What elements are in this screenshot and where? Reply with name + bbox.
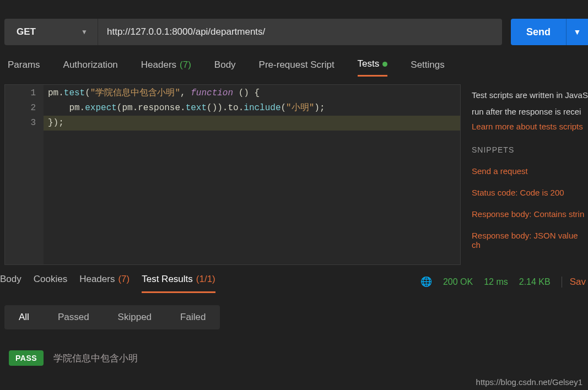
code-editor[interactable]: 1 2 3 pm.test("学院信息中包含小明", function () {… bbox=[4, 84, 461, 265]
line-number: 2 bbox=[5, 101, 36, 116]
resp-tab-cookies[interactable]: Cookies bbox=[34, 270, 67, 293]
send-group: Send ▼ bbox=[511, 19, 588, 45]
filter-skipped[interactable]: Skipped bbox=[104, 305, 166, 329]
method-select[interactable]: GET ▼ bbox=[4, 19, 98, 45]
tab-label: Tests bbox=[358, 58, 380, 69]
tab-label: Settings bbox=[411, 59, 444, 71]
response-meta: 🌐 200 OK 12 ms 2.14 KB Sav bbox=[420, 276, 588, 288]
tab-label: Headers bbox=[141, 59, 176, 71]
method-url-group: GET ▼ bbox=[4, 19, 502, 45]
response-tabs: Body Cookies Headers (7) Test Results (1… bbox=[0, 270, 215, 293]
snippet-item[interactable]: Response body: JSON value ch bbox=[472, 231, 588, 250]
tab-tests[interactable]: Tests bbox=[358, 58, 388, 77]
resp-tab-headers[interactable]: Headers (7) bbox=[79, 270, 130, 293]
resp-tab-test-results[interactable]: Test Results (1/1) bbox=[142, 270, 215, 293]
snippet-item[interactable]: Send a request bbox=[472, 166, 588, 176]
line-number: 3 bbox=[5, 116, 36, 131]
snippets-panel: Test scripts are written in JavaS run af… bbox=[461, 84, 588, 265]
code-lines: pm.test("学院信息中包含小明", function () { pm.ex… bbox=[44, 85, 460, 264]
headers-count: (7) bbox=[180, 59, 191, 71]
snippet-item[interactable]: Response body: Contains strin bbox=[472, 209, 588, 219]
tab-settings[interactable]: Settings bbox=[411, 58, 444, 77]
send-label: Send bbox=[526, 26, 551, 38]
snippets-title: SNIPPETS bbox=[472, 145, 588, 154]
side-desc: Test scripts are written in JavaS bbox=[472, 89, 588, 102]
side-desc: run after the response is recei bbox=[472, 105, 588, 118]
response-size: 2.14 KB bbox=[519, 277, 551, 287]
tab-label: Headers bbox=[79, 274, 115, 286]
send-button[interactable]: Send bbox=[511, 19, 566, 45]
tab-label: Body bbox=[0, 274, 21, 286]
headers-count: (7) bbox=[118, 274, 130, 286]
test-result-filters: All Passed Skipped Failed bbox=[4, 305, 220, 329]
code-line: pm.expect(pm.response.text()).to.include… bbox=[48, 101, 460, 116]
request-tabs: Params Authorization Headers (7) Body Pr… bbox=[0, 54, 588, 77]
resp-tab-body[interactable]: Body bbox=[0, 270, 21, 293]
tests-panel: 1 2 3 pm.test("学院信息中包含小明", function () {… bbox=[4, 84, 588, 265]
globe-icon[interactable]: 🌐 bbox=[420, 276, 432, 288]
save-response-button[interactable]: Sav bbox=[562, 277, 586, 288]
test-results-count: (1/1) bbox=[196, 274, 215, 285]
watermark: https://blog.csdn.net/Gelsey1 bbox=[476, 377, 582, 387]
tab-headers[interactable]: Headers (7) bbox=[141, 58, 191, 77]
response-time: 12 ms bbox=[484, 277, 508, 287]
line-number: 1 bbox=[5, 86, 36, 101]
tab-label: Params bbox=[8, 59, 40, 71]
status-code: 200 OK bbox=[443, 277, 473, 287]
filter-all[interactable]: All bbox=[4, 305, 44, 329]
line-gutter: 1 2 3 bbox=[5, 85, 44, 264]
pass-badge: PASS bbox=[9, 350, 44, 366]
active-dot-icon bbox=[382, 62, 387, 67]
send-dropdown-button[interactable]: ▼ bbox=[566, 19, 588, 45]
test-name: 学院信息中包含小明 bbox=[53, 352, 138, 365]
chevron-down-icon: ▼ bbox=[81, 28, 88, 36]
code-line: pm.test("学院信息中包含小明", function () { bbox=[48, 86, 460, 101]
tab-pre-request[interactable]: Pre-request Script bbox=[259, 58, 335, 77]
tab-body[interactable]: Body bbox=[214, 58, 236, 77]
filter-passed[interactable]: Passed bbox=[44, 305, 104, 329]
tab-params[interactable]: Params bbox=[8, 58, 40, 77]
tab-label: Test Results bbox=[142, 274, 193, 285]
tab-label: Body bbox=[214, 59, 236, 71]
tab-label: Authorization bbox=[63, 59, 118, 71]
request-bar: GET ▼ Send ▼ bbox=[0, 0, 588, 54]
tab-label: Cookies bbox=[34, 274, 67, 286]
snippet-item[interactable]: Status code: Code is 200 bbox=[472, 188, 588, 197]
filter-failed[interactable]: Failed bbox=[166, 305, 220, 329]
chevron-down-icon: ▼ bbox=[574, 28, 581, 36]
test-result-row: PASS 学院信息中包含小明 bbox=[0, 329, 588, 366]
method-label: GET bbox=[17, 26, 36, 37]
url-input[interactable] bbox=[98, 19, 502, 45]
code-line: }); bbox=[48, 116, 460, 131]
response-header: Body Cookies Headers (7) Test Results (1… bbox=[0, 265, 588, 293]
tab-authorization[interactable]: Authorization bbox=[63, 58, 118, 77]
tab-label: Pre-request Script bbox=[259, 59, 335, 71]
learn-more-link[interactable]: Learn more about tests scripts bbox=[472, 122, 588, 131]
